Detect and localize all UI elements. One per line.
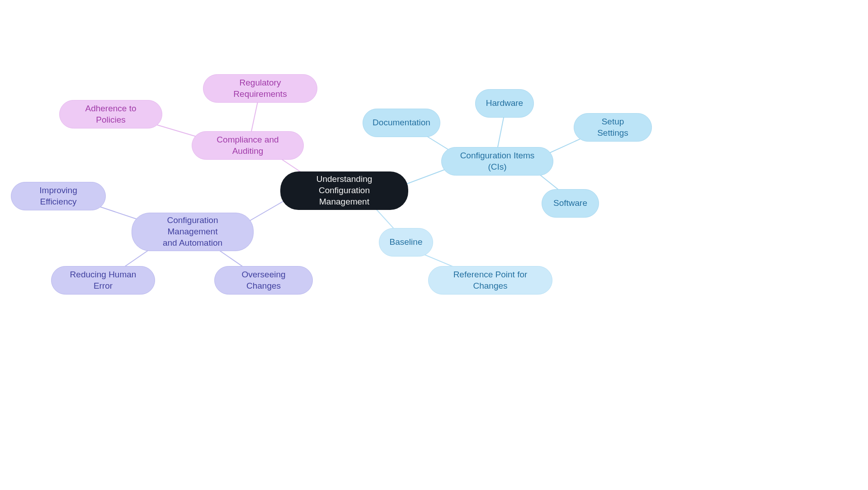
automation-node: Configuration Management and Automation bbox=[132, 213, 254, 251]
human-error-label: Reducing Human Error bbox=[64, 269, 142, 291]
reference-point-label: Reference Point for Changes bbox=[441, 269, 539, 291]
center-label: Understanding Configuration Management bbox=[293, 174, 396, 207]
setup-settings-node: Setup Settings bbox=[574, 113, 652, 142]
efficiency-label: Improving Efficiency bbox=[24, 185, 93, 207]
efficiency-node: Improving Efficiency bbox=[11, 182, 106, 210]
hardware-label: Hardware bbox=[486, 98, 523, 109]
documentation-label: Documentation bbox=[373, 117, 430, 128]
hardware-node: Hardware bbox=[475, 89, 534, 118]
svg-line-7 bbox=[244, 199, 287, 224]
svg-line-2 bbox=[497, 115, 504, 149]
compliance-node: Compliance and Auditing bbox=[192, 131, 304, 160]
reference-point-node: Reference Point for Changes bbox=[428, 266, 552, 295]
regulatory-label: Regulatory Requirements bbox=[216, 77, 304, 100]
compliance-label: Compliance and Auditing bbox=[205, 134, 291, 157]
config-items-label: Configuration Items (CIs) bbox=[454, 150, 540, 172]
human-error-node: Reducing Human Error bbox=[51, 266, 155, 295]
overseeing-label: Overseeing Changes bbox=[227, 269, 300, 291]
documentation-node: Documentation bbox=[363, 109, 440, 137]
connection-lines bbox=[0, 0, 868, 490]
automation-label: Configuration Management and Automation bbox=[145, 215, 241, 248]
setup-settings-label: Setup Settings bbox=[587, 116, 639, 138]
adherence-label: Adherence to Policies bbox=[72, 103, 149, 125]
svg-line-13 bbox=[251, 102, 258, 133]
baseline-label: Baseline bbox=[390, 237, 423, 248]
software-label: Software bbox=[553, 198, 587, 209]
software-node: Software bbox=[542, 189, 599, 218]
center-node: Understanding Configuration Management bbox=[280, 171, 408, 210]
overseeing-node: Overseeing Changes bbox=[214, 266, 313, 295]
config-items-node: Configuration Items (CIs) bbox=[441, 147, 553, 176]
regulatory-node: Regulatory Requirements bbox=[203, 74, 317, 103]
adherence-node: Adherence to Policies bbox=[59, 100, 162, 128]
baseline-node: Baseline bbox=[379, 228, 433, 257]
